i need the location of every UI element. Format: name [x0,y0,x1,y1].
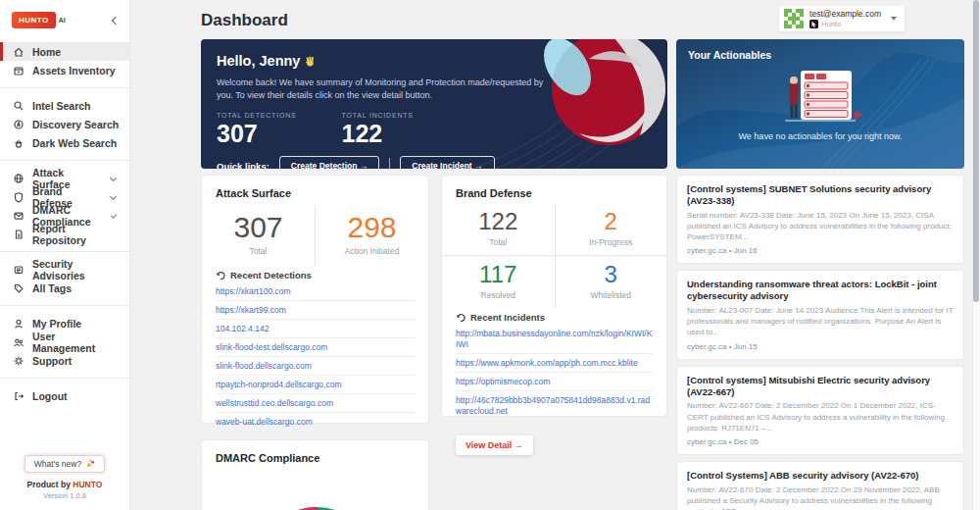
sidebar-item-all-tags[interactable]: All Tags [0,279,129,297]
dmarc-title: DMARC Compliance [202,440,428,464]
sidebar-item-label: Assets Inventory [32,65,116,76]
incident-link[interactable]: https://www.apkmonk.com/app/ph.com.mcc.k… [456,354,653,373]
home-icon [13,46,24,58]
logo-ai-suffix: AI [59,17,66,24]
sidebar-item-label: Report Repository [32,223,120,246]
product-by: Product by HUNTO [0,480,129,489]
advisory-meta: cyber.gc.ca • Jun 16 [687,246,954,255]
incident-link[interactable]: https://optimismecop.com [456,373,653,391]
page-title: Dashboard [201,11,288,30]
hero-greeting-text: Hello, Jenny [217,53,300,69]
detection-link[interactable]: waveb-uat.dellscargo.com [216,413,415,431]
stat-value: 298 [316,211,428,244]
advisory-title: [Control systems] Mitsubishi Electric se… [687,375,954,398]
sidebar-divider [0,378,129,379]
discovery-compass-icon [13,119,24,130]
sidebar-divider [0,87,129,88]
empty-actionables-illustration [761,65,879,129]
create-incident-button[interactable]: Create Incident → [400,156,494,169]
advisory-item[interactable]: [Control systems] SUBNET Solutions secur… [676,175,964,264]
page-scrollbar [972,0,980,510]
view-detail-button[interactable]: View Detail → [456,435,533,455]
users-icon [13,336,24,348]
sidebar-item-report-repository[interactable]: Report Repository [0,225,129,243]
advisory-title: [Control Systems] ABB security advisory … [687,470,954,482]
gear-icon [13,355,24,367]
chevron-down-icon[interactable] [110,175,117,181]
detection-link[interactable]: https://xkart100.com [216,282,415,301]
scrollbar-thumb[interactable] [973,0,979,302]
advisory-item[interactable]: Understanding ransomware threat actors: … [676,270,964,359]
incident-link[interactable]: http://mbata.businessdayonline.com/nzk/l… [456,325,653,354]
recent-detections-header: Recent Detections [202,266,428,282]
hero-message: Welcome back! We have summary of Monitor… [217,76,555,102]
sidebar-item-support[interactable]: Support [0,351,129,370]
dashboard-page: HUNTO AI Home Assets Inventory Intel Sea… [0,0,980,510]
stat-action-initiated: 298 Action Initiated [315,207,428,266]
tag-icon [13,282,24,294]
sidebar-item-dark-web-search[interactable]: Dark Web Search [0,133,129,152]
chevron-down-icon[interactable] [111,212,117,218]
create-detection-button[interactable]: Create Detection → [279,156,379,169]
advisory-item[interactable]: [Control Systems] ABB security advisory … [676,461,964,510]
hero-stats: TOTAL DETECTIONS 307 TOTAL INCIDENTS 122 [217,112,652,148]
sidebar: HUNTO AI Home Assets Inventory Intel Sea… [0,0,130,510]
user-menu[interactable]: test@example.com Hunto [778,5,906,32]
stat-value: 2 [556,208,667,235]
incident-link[interactable]: http://46c7829bbb3b4907a075841dd98a883d.… [456,391,653,420]
detection-link[interactable]: slink-flood-test.dellscargo.com [216,338,415,357]
actionables-title: Your Actionables [676,39,964,61]
stat-value: 307 [217,120,297,148]
brand-defense-footer: View Detail → [442,426,666,463]
security-advisories-feed: [Control systems] SUBNET Solutions secur… [676,175,964,510]
avatar [784,9,804,28]
logout-icon [13,390,24,402]
sidebar-item-label: My Profile [32,318,81,330]
assets-inventory-icon [13,65,24,76]
button-separator [389,158,390,169]
stat-label: Total [442,237,555,247]
sidebar-item-user-management[interactable]: User Management [0,332,129,351]
advisory-body: Serial number: AV23-338 Date: June 15, 2… [687,210,954,243]
advisory-body: Number: AL23-007 Date: June 14 2023 Audi… [687,305,954,338]
hunto-cursor-icon [809,20,818,28]
recent-incidents-list: http://mbata.businessdayonline.com/nzk/l… [442,325,666,420]
hero-card: Hello, Jenny Welcome back! We have summa… [201,39,667,169]
shield-icon [13,191,24,203]
detection-link[interactable]: 104.102.4.142 [216,320,415,338]
sidebar-item-intel-search[interactable]: Intel Search [0,96,129,115]
stat-label: Whitelisted [556,290,667,300]
newspaper-icon [13,264,24,276]
sidebar-item-label: Dark Web Search [32,137,117,149]
detection-link[interactable]: wellstrusttid.ceo.dellscargo.com [216,394,415,413]
detection-link[interactable]: https://xkart99.com [216,301,415,320]
chevron-down-icon[interactable] [110,193,117,200]
sidebar-item-assets-inventory[interactable]: Assets Inventory [0,61,129,79]
hero-stat-detections: TOTAL DETECTIONS 307 [217,112,297,148]
hunto-logo: HUNTO [12,12,56,28]
sidebar-item-discovery-search[interactable]: Discovery Search [0,115,129,133]
product-brand: HUNTO [73,480,102,489]
sidebar-collapse-icon[interactable] [110,16,120,26]
attack-surface-stats: 307 Total 298 Action Initiated [202,207,428,266]
sidebar-divider [0,305,129,306]
stat-resolved: 117 Resolved [442,255,555,308]
sidebar-item-logout[interactable]: Logout [0,386,129,405]
dmarc-donut-chart [202,464,430,510]
version-label: Version 1.0.8 [0,491,129,500]
hero-stat-incidents: TOTAL INCIDENTS 122 [342,112,414,148]
sidebar-item-home[interactable]: Home [0,42,129,61]
user-texts: test@example.com Hunto [809,9,881,28]
whats-new-button[interactable]: What's new? [24,455,105,473]
stat-value: 117 [442,261,555,288]
recent-incidents-header: Recent Incidents [442,308,666,325]
sidebar-item-label: Support [32,355,72,367]
sidebar-item-security-advisories[interactable]: Security Advisories [0,260,129,279]
advisory-item[interactable]: [Control systems] Mitsubishi Electric se… [676,366,964,455]
detection-link[interactable]: rtpaytch-nonprod4.dellscargo.com [216,376,415,394]
attack-surface-card: Attack Surface 307 Total 298 Action Init… [201,175,429,424]
history-icon [456,313,466,323]
logo-row: HUNTO AI [0,0,129,42]
sidebar-item-label: All Tags [32,282,72,294]
detection-link[interactable]: slink-flood.dellscargo.com [216,357,415,376]
